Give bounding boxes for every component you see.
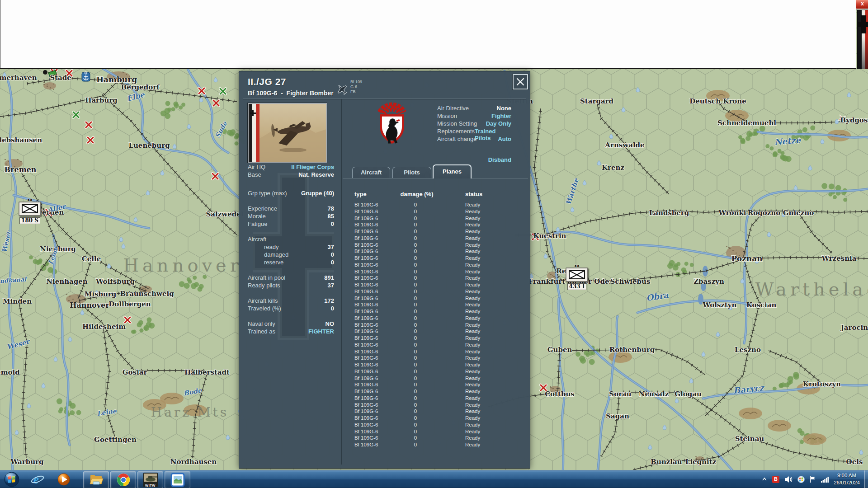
setting-label: Mission: [437, 113, 457, 119]
cell-type: Bf 109G-6: [354, 302, 378, 307]
cell-status: Ready: [465, 269, 480, 274]
cell-status: Ready: [465, 242, 480, 248]
table-row: Bf 109G-60Ready: [239, 269, 530, 276]
witw-label: WITW: [138, 483, 163, 488]
tab-planes[interactable]: Planes: [433, 164, 472, 178]
table-row: Bf 109G-60Ready: [239, 328, 530, 335]
internet-explorer-icon[interactable]: e: [30, 472, 45, 487]
stat-label: Base: [248, 171, 261, 178]
cell-type: Bf 109G-6: [354, 262, 378, 267]
table-row: Bf 109G-60Ready: [239, 282, 530, 289]
cell-damage: 0: [402, 382, 429, 387]
cell-status: Ready: [465, 415, 480, 421]
destroyed-airfield-icon: [541, 385, 546, 390]
taskbar-clock[interactable]: 9:00 AM 26/01/2024: [830, 472, 863, 486]
dialog-title: II./JG 27: [248, 76, 286, 87]
dialog-subtitle: Bf 109G-6 - Fighter Bomber: [248, 89, 334, 97]
snipping-tool-button[interactable]: [165, 471, 190, 488]
destroyed-airfield-icon: [66, 70, 72, 76]
taskbar: e: [0, 470, 868, 488]
table-row: Bf 109G-60Ready: [239, 315, 530, 322]
table-row: Bf 109G-60Ready: [239, 222, 530, 229]
hidden-icons-button[interactable]: [762, 477, 767, 482]
cell-damage: 0: [402, 435, 429, 441]
cell-status: Ready: [465, 255, 480, 261]
dialog-close-button[interactable]: [513, 74, 528, 89]
media-player-icon[interactable]: [56, 472, 71, 487]
table-row: Bf 109G-60Ready: [239, 309, 530, 315]
start-button[interactable]: [4, 472, 19, 487]
cell-status: Ready: [465, 442, 480, 447]
cell-damage: 0: [402, 429, 429, 434]
cell-damage: 0: [402, 309, 429, 314]
table-row: Bf 109G-60Ready: [239, 395, 530, 402]
game-menu-close-button[interactable]: x: [855, 0, 868, 9]
cell-type: Bf 109G-6: [354, 216, 378, 221]
cell-status: Ready: [465, 355, 480, 361]
cell-status: Ready: [465, 328, 480, 334]
disband-button[interactable]: Disband: [437, 156, 511, 163]
table-row: Bf 109G-60Ready: [239, 415, 530, 422]
cell-type: Bf 109G-6: [354, 269, 378, 274]
plane-badge-text: Bf 109 G-6 FB: [350, 80, 362, 94]
table-row: Bf 109G-60Ready: [239, 362, 530, 369]
table-row: Bf 109G-60Ready: [239, 382, 530, 389]
cell-type: Bf 109G-6: [354, 435, 378, 441]
cell-status: Ready: [465, 315, 480, 321]
cell-damage: 0: [402, 355, 429, 361]
desktop-screen: BremerhavenStadeHamburgBergedorfHarburgL…: [0, 0, 868, 488]
stat-value[interactable]: II Flieger Corps: [291, 164, 334, 170]
show-desktop-button[interactable]: [864, 470, 868, 488]
network-tray-icon[interactable]: [821, 476, 829, 483]
setting-value[interactable]: None: [497, 105, 512, 112]
plane-silhouette-icon: [336, 83, 349, 96]
cell-type: Bf 109G-6: [354, 235, 378, 241]
stat-label: Grp type (max): [248, 190, 287, 197]
cell-damage: 0: [402, 202, 429, 207]
cell-damage: 0: [402, 442, 429, 447]
destroyed-airfield-icon: [533, 234, 538, 239]
table-row: Bf 109G-60Ready: [239, 369, 530, 375]
chrome-button[interactable]: [110, 471, 136, 488]
svg-text:e: e: [33, 473, 39, 486]
cell-status: Ready: [465, 369, 480, 374]
cell-status: Ready: [465, 422, 480, 427]
cell-type: Bf 109G-6: [354, 349, 378, 354]
cell-damage: 0: [402, 296, 429, 301]
setting-label: Air Directive: [437, 105, 469, 112]
group-settings: Air DirectiveNoneMissionFighterMission S…: [437, 105, 511, 143]
table-row: Bf 109G-60Ready: [239, 255, 530, 262]
cell-type: Bf 109G-6: [354, 315, 378, 321]
windows-update-tray-icon[interactable]: [797, 476, 805, 483]
table-row: Bf 109G-60Ready: [239, 235, 530, 242]
antivirus-tray-icon[interactable]: B: [772, 476, 779, 483]
cell-type: Bf 109G-6: [354, 222, 378, 227]
airfield-icon: [220, 89, 226, 94]
cell-type: Bf 109G-6: [354, 355, 378, 361]
clock-time: 9:00 AM: [830, 472, 863, 479]
table-row: Bf 109G-60Ready: [239, 202, 530, 209]
tab-aircraft[interactable]: Aircraft: [352, 167, 390, 178]
setting-label: Mission Setting: [437, 120, 477, 127]
setting-value[interactable]: Day Only: [486, 120, 511, 127]
cell-damage: 0: [402, 315, 429, 321]
close-icon: [516, 77, 525, 86]
cell-status: Ready: [465, 395, 480, 401]
setting-value[interactable]: Auto: [498, 136, 511, 142]
volume-tray-icon[interactable]: [784, 476, 793, 483]
cell-type: Bf 109G-6: [354, 415, 378, 421]
system-tray: B: [762, 470, 829, 488]
aircraft-photo: [248, 103, 327, 163]
setting-value[interactable]: Fighter: [491, 113, 511, 119]
setting-label: Aircraft change: [437, 136, 476, 142]
action-center-flag-icon[interactable]: [810, 476, 816, 483]
cell-status: Ready: [465, 362, 480, 367]
menu-close-label: x: [861, 0, 864, 7]
table-row: Bf 109G-60Ready: [239, 242, 530, 249]
tab-pilots[interactable]: Pilots: [392, 167, 431, 178]
file-explorer-button[interactable]: [83, 471, 109, 488]
witw-game-button[interactable]: WITW: [137, 471, 163, 488]
clock-date: 26/01/2024: [830, 479, 863, 486]
destroyed-airfield-icon: [213, 100, 219, 106]
cell-damage: 0: [402, 369, 429, 374]
